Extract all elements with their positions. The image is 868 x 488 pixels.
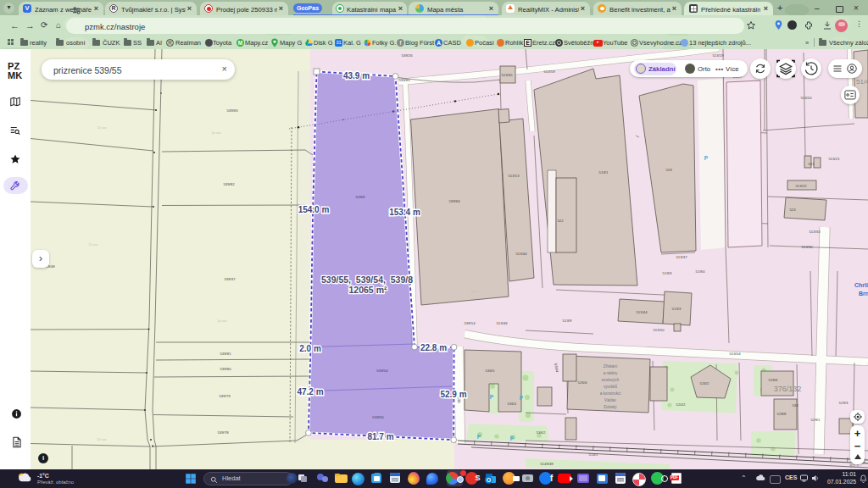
- svg-text:539/55: 539/55: [372, 415, 384, 419]
- svg-text:154.0 m: 154.0 m: [298, 205, 330, 214]
- svg-text:51/4: 51/4: [856, 78, 868, 86]
- svg-text:513/04: 513/04: [729, 352, 741, 356]
- svg-text:10 xxx: 10 xxx: [97, 126, 107, 130]
- svg-text:519/3: 519/3: [663, 271, 672, 275]
- svg-text:522: 522: [557, 219, 564, 223]
- svg-text:539/80: 539/80: [220, 367, 231, 371]
- svg-text:22.8 m: 22.8 m: [420, 343, 447, 352]
- svg-text:513/44: 513/44: [636, 310, 648, 314]
- svg-text:513/50: 513/50: [653, 328, 665, 332]
- svg-text:a nátěry: a nátěry: [604, 371, 618, 375]
- svg-text:539/81: 539/81: [220, 352, 231, 356]
- svg-text:513/21: 513/21: [828, 157, 840, 161]
- svg-text:536/5: 536/5: [486, 369, 495, 373]
- svg-text:12065 m²: 12065 m²: [349, 285, 387, 295]
- svg-text:513/20: 513/20: [800, 96, 812, 100]
- svg-text:520/2: 520/2: [676, 402, 686, 407]
- svg-text:5149/49: 5149/49: [540, 462, 554, 466]
- svg-text:523: 523: [789, 208, 796, 212]
- svg-text:513/30: 513/30: [801, 245, 813, 249]
- svg-text:513/9: 513/9: [563, 319, 572, 323]
- svg-text:Brně: Brně: [859, 291, 868, 297]
- svg-text:519: 519: [665, 168, 672, 172]
- svg-text:513/37: 513/37: [676, 255, 687, 259]
- svg-text:513/19: 513/19: [712, 53, 724, 58]
- svg-text:529/3: 529/3: [839, 401, 849, 405]
- svg-text:519/1: 519/1: [599, 170, 609, 175]
- svg-text:528/8: 528/8: [777, 412, 787, 416]
- svg-text:P: P: [704, 155, 709, 161]
- svg-text:526/2: 526/2: [700, 381, 709, 385]
- svg-text:528/6: 528/6: [769, 378, 778, 382]
- svg-text:539/82: 539/82: [223, 182, 235, 186]
- svg-text:Václav: Václav: [604, 398, 616, 402]
- svg-text:513/45: 513/45: [501, 73, 513, 77]
- svg-text:536/1: 536/1: [508, 402, 517, 406]
- svg-text:513/33: 513/33: [809, 230, 821, 234]
- svg-text:P: P: [510, 435, 515, 441]
- svg-text:Chrlick: Chrlick: [854, 282, 868, 288]
- svg-text:a konstrukci: a konstrukci: [600, 391, 621, 396]
- svg-text:513/40: 513/40: [515, 252, 527, 256]
- svg-text:43.9 m: 43.9 m: [343, 71, 370, 80]
- svg-text:514/1: 514/1: [589, 452, 598, 457]
- svg-text:539/54: 539/54: [376, 369, 388, 373]
- svg-text:519/4: 519/4: [696, 269, 705, 274]
- svg-text:výrobků: výrobků: [604, 384, 618, 389]
- svg-text:539/14: 539/14: [464, 321, 476, 325]
- svg-text:513/13: 513/13: [508, 174, 520, 178]
- svg-text:10 xxx: 10 xxx: [97, 438, 107, 441]
- svg-text:P: P: [520, 395, 524, 401]
- svg-text:526/4: 526/4: [578, 380, 587, 385]
- svg-text:P: P: [477, 434, 481, 440]
- svg-text:12 xxx: 12 xxx: [89, 243, 98, 247]
- svg-text:81.7 m: 81.7 m: [367, 432, 393, 441]
- svg-text:52.9 m: 52.9 m: [440, 390, 466, 399]
- svg-text:P: P: [490, 394, 494, 400]
- svg-text:533: 533: [792, 403, 798, 408]
- svg-text:539/26: 539/26: [401, 53, 413, 58]
- svg-text:376/132: 376/132: [774, 385, 802, 393]
- svg-text:47.2 m: 47.2 m: [297, 387, 323, 396]
- svg-text:521: 521: [808, 162, 815, 166]
- svg-text:1p xxx: 1p xxx: [212, 131, 221, 135]
- svg-text:539/79: 539/79: [219, 394, 231, 398]
- svg-text:529/1: 529/1: [811, 418, 821, 422]
- svg-text:2.0 m: 2.0 m: [299, 344, 321, 353]
- svg-text:ocelových: ocelových: [602, 378, 620, 382]
- svg-text:539/84: 539/84: [448, 199, 460, 203]
- svg-text:Dubský: Dubský: [604, 405, 617, 409]
- svg-text:539/78: 539/78: [217, 430, 229, 435]
- svg-text:513/46: 513/46: [496, 321, 508, 325]
- svg-text:539/83: 539/83: [226, 108, 238, 113]
- svg-text:539/55, 539/54, 539/8: 539/55, 539/54, 539/8: [321, 274, 413, 285]
- svg-text:539/8: 539/8: [356, 195, 366, 199]
- svg-text:Zřiskání: Zřiskání: [604, 364, 618, 369]
- svg-text:153.4 m: 153.4 m: [389, 208, 420, 217]
- svg-text:513/59: 513/59: [543, 69, 555, 74]
- svg-text:513/3: 513/3: [672, 307, 682, 311]
- svg-text:539/37: 539/37: [224, 277, 236, 281]
- svg-text:1p xx: 1p xx: [470, 290, 478, 293]
- svg-text:513/22: 513/22: [795, 184, 807, 188]
- svg-text:1p xxx: 1p xxx: [218, 319, 227, 323]
- svg-text:539/85: 539/85: [398, 78, 410, 82]
- svg-text:536/2: 536/2: [537, 430, 546, 435]
